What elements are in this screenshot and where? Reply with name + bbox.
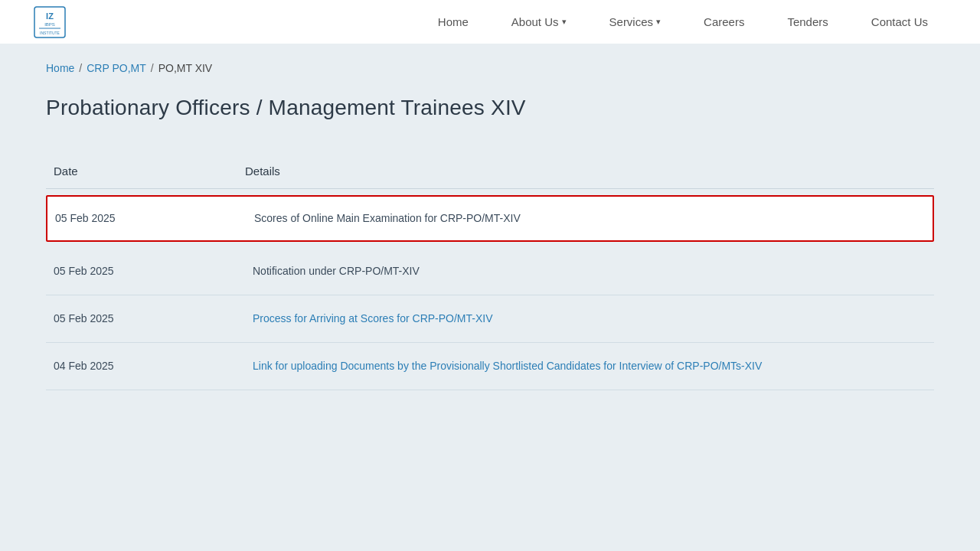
row-date-2: 05 Feb 2025 xyxy=(54,263,253,277)
row-details-1: Scores of Online Main Examination for CR… xyxy=(254,210,925,227)
breadcrumb-separator-2: / xyxy=(151,62,154,74)
row-details-2: Notification under CRP-PO/MT-XIV xyxy=(253,263,926,279)
table-row: 05 Feb 2025 Process for Arriving at Scor… xyxy=(46,295,934,343)
breadcrumb-crp[interactable]: CRP PO,MT xyxy=(87,62,146,74)
table-row: 05 Feb 2025 Notification under CRP-PO/MT… xyxy=(46,248,934,295)
breadcrumb: Home / CRP PO,MT / PO,MT XIV xyxy=(46,62,934,74)
row-date-3: 05 Feb 2025 xyxy=(54,311,253,324)
main-nav: Home About Us ▾ Services ▾ Careers Tende… xyxy=(416,0,949,44)
svg-text:IZ: IZ xyxy=(46,11,54,21)
table-row: 05 Feb 2025 Scores of Online Main Examin… xyxy=(46,195,934,242)
page-title: Probationary Officers / Management Train… xyxy=(46,96,934,120)
breadcrumb-current: PO,MT XIV xyxy=(158,62,213,74)
services-chevron-icon: ▾ xyxy=(656,17,661,27)
about-us-chevron-icon: ▾ xyxy=(562,17,567,27)
svg-text:IBPS: IBPS xyxy=(44,22,55,27)
row-details-4[interactable]: Link for uploading Documents by the Prov… xyxy=(253,358,926,374)
logo[interactable]: IZ IBPS INSTITUTE xyxy=(31,5,69,39)
table-row: 04 Feb 2025 Link for uploading Documents… xyxy=(46,343,934,390)
nav-item-home[interactable]: Home xyxy=(416,0,490,44)
svg-text:INSTITUTE: INSTITUTE xyxy=(40,31,60,35)
row-date-4: 04 Feb 2025 xyxy=(54,358,253,372)
row-details-3[interactable]: Process for Arriving at Scores for CRP-P… xyxy=(253,311,926,327)
results-table: Date Details 05 Feb 2025 Scores of Onlin… xyxy=(46,157,934,390)
site-header: IZ IBPS INSTITUTE Home About Us ▾ Servic… xyxy=(0,0,980,44)
date-column-header: Date xyxy=(46,165,245,178)
nav-item-tenders[interactable]: Tenders xyxy=(766,0,849,44)
nav-item-about-us[interactable]: About Us ▾ xyxy=(490,0,588,44)
logo-area: IZ IBPS INSTITUTE xyxy=(31,5,69,39)
table-header-row: Date Details xyxy=(46,157,934,189)
nav-item-services[interactable]: Services ▾ xyxy=(588,0,683,44)
breadcrumb-separator-1: / xyxy=(79,62,82,74)
breadcrumb-home[interactable]: Home xyxy=(46,62,74,74)
row-date-1: 05 Feb 2025 xyxy=(55,210,254,224)
details-column-header: Details xyxy=(245,165,934,178)
main-content: Home / CRP PO,MT / PO,MT XIV Probationar… xyxy=(0,44,980,421)
nav-item-careers[interactable]: Careers xyxy=(682,0,766,44)
nav-item-contact-us[interactable]: Contact Us xyxy=(850,0,949,44)
